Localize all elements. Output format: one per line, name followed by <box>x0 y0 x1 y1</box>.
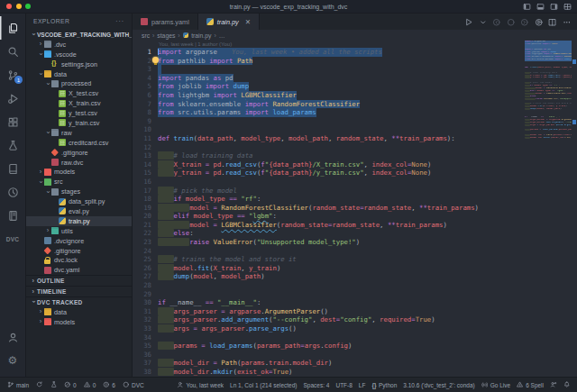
tab-train-py[interactable]: train.py ✕ <box>198 14 260 30</box>
dvc-icon[interactable]: DVC <box>0 227 25 251</box>
code-line-26[interactable]: 26 model.fit(X_train, y_train) <box>133 264 577 273</box>
tree-item-src[interactable]: ›src <box>26 177 132 187</box>
minimize-window-button[interactable] <box>16 4 22 9</box>
code-line-2[interactable]: 2from pathlib import Path <box>133 57 577 66</box>
code-line-17[interactable]: 17 # pick the model <box>133 187 577 196</box>
settings-gear-icon[interactable]: ⚙ <box>0 349 25 372</box>
feedback-icon[interactable] <box>550 381 557 388</box>
tree-item-stages[interactable]: ›stages <box>26 187 132 196</box>
more-actions-icon[interactable] <box>563 14 572 30</box>
explorer-icon[interactable] <box>0 16 25 40</box>
tree-item-processed[interactable]: ›processed <box>26 78 132 88</box>
code-line-33[interactable]: 33 args = args_parser.parse_args() <box>133 324 577 333</box>
errors-item[interactable]: 0 <box>64 381 77 388</box>
code-line-16[interactable]: 16 <box>133 178 577 187</box>
tree-item-dvc-yaml[interactable]: dvc.yaml <box>26 265 132 275</box>
code-line-21[interactable]: 21 model = LGBMClassifier(random_state=r… <box>133 221 577 230</box>
code-line-32[interactable]: 32 args_parser.add_argument("--config", … <box>133 315 577 324</box>
code-line-1[interactable]: 1import argparseYou, last week • added a… <box>133 48 577 57</box>
tree-item-train-py[interactable]: train.py <box>26 216 132 226</box>
warnings-item[interactable]: 0 <box>84 381 96 388</box>
tree-item-data[interactable]: ›data <box>26 69 132 79</box>
tree-item-dvc-lock[interactable]: dvc.lock <box>26 255 132 265</box>
code-line-31[interactable]: 31 args_parser = argparse.ArgumentParser… <box>133 307 577 316</box>
sidebar-more-actions-icon[interactable]: ··· <box>115 18 124 24</box>
run-debug-icon[interactable] <box>0 87 25 110</box>
code-line-18[interactable]: 18 if model_type == "rf": <box>133 195 577 204</box>
breadcrumb-item-stages[interactable]: stages <box>157 32 175 39</box>
tree-item--dvcignore[interactable]: .dvcignore <box>26 236 132 246</box>
blame-item[interactable]: You, last week <box>177 381 224 388</box>
code-line-5[interactable]: 5from joblib import dump <box>133 82 577 91</box>
notebook-icon[interactable] <box>0 204 25 227</box>
code-line-29[interactable]: 29 <box>133 290 577 299</box>
dvc-status-item[interactable]: DVC <box>123 381 144 388</box>
info-item[interactable]: 6 <box>103 381 115 388</box>
indentation-item[interactable]: Spaces: 4 <box>304 382 330 388</box>
code-line-30[interactable]: 30if __name__ == "__main__": <box>133 298 577 307</box>
tree-item-y-train-csv[interactable]: y_train.csv <box>26 118 132 128</box>
tree-item--vscode[interactable]: ›.vscode <box>26 50 132 59</box>
code-line-3[interactable]: 3 <box>133 65 577 74</box>
run-python-file-button[interactable] <box>464 14 473 30</box>
split-editor-icon[interactable] <box>548 14 557 30</box>
code-line-35[interactable]: 35 params = load_params(params_path=args… <box>133 342 577 351</box>
search-icon[interactable] <box>0 40 25 63</box>
eol-item[interactable]: LF <box>359 382 366 388</box>
code-line-36[interactable]: 36 <box>133 351 577 360</box>
code-line-22[interactable]: 22 else: <box>133 229 577 238</box>
code-line-25[interactable]: 25 # trains the model and store it <box>133 255 577 264</box>
prev-change-icon[interactable] <box>492 14 501 30</box>
customize-layout-icon[interactable] <box>563 0 572 14</box>
cursor-position-item[interactable]: Ln 1, Col 1 (214 selected) <box>230 382 297 388</box>
close-tab-icon[interactable]: ✕ <box>245 18 251 26</box>
code-line-6[interactable]: 6from lightgbm import LGBMClassifier <box>133 91 577 100</box>
tree-item-models[interactable]: ›models <box>26 167 132 177</box>
section-timeline[interactable]: ›TIMELINE <box>26 286 132 296</box>
source-control-icon[interactable]: 1 <box>0 63 25 87</box>
tree-item--dvc[interactable]: ›.dvc <box>26 40 132 50</box>
section-dvc-tracked[interactable]: ›DVC TRACKED <box>26 296 132 307</box>
clock-icon[interactable] <box>0 180 25 204</box>
spell-item[interactable]: 6 Spell <box>517 381 544 388</box>
tree-item-eval-py[interactable]: eval.py <box>26 206 132 216</box>
codelens-blame[interactable]: You, last week | 1 author (You) <box>133 41 577 48</box>
extensions-icon[interactable] <box>0 110 25 133</box>
tree-item-data-split-py[interactable]: data_split.py <box>26 196 132 206</box>
tree-item-creditcard-csv[interactable]: creditcard.csv <box>26 138 132 148</box>
code-line-38[interactable]: 38 model_dir.mkdir(exist_ok=True) <box>133 368 577 377</box>
code-line-23[interactable]: 23 raise ValueError("Unsupported model_t… <box>133 238 577 247</box>
code-line-20[interactable]: 20 elif model_type == "lgbm": <box>133 212 577 221</box>
book-icon[interactable] <box>0 157 25 180</box>
code-line-24[interactable]: 24 <box>133 247 577 256</box>
code-line-12[interactable]: 12 <box>133 143 577 152</box>
tree-item-utils[interactable]: ›utils <box>26 226 132 236</box>
git-branch-item[interactable]: main <box>7 381 29 388</box>
sync-icon[interactable] <box>36 381 43 388</box>
tree-item-data[interactable]: ›data <box>26 307 132 317</box>
breadcrumb-item--[interactable]: … <box>219 32 225 39</box>
code-line-9[interactable]: 9 <box>133 117 577 126</box>
next-change-icon[interactable] <box>520 14 529 30</box>
experiments-icon[interactable] <box>50 381 58 388</box>
code-line-28[interactable]: 28 <box>133 281 577 290</box>
code-line-7[interactable]: 7from sklearn.ensemble import RandomFore… <box>133 100 577 109</box>
go-live-item[interactable]: Go Live <box>481 381 510 388</box>
toggle-sidebar-icon[interactable] <box>523 0 531 14</box>
lightbulb-icon[interactable] <box>152 57 159 63</box>
tree-item-settings-json[interactable]: settings.json <box>26 59 132 69</box>
code-line-13[interactable]: 13 # load training data <box>133 151 577 160</box>
code-line-14[interactable]: 14 X_train = pd.read_csv(f"{data_path}/X… <box>133 160 577 169</box>
tree-item-y-test-csv[interactable]: y_test.csv <box>26 108 132 118</box>
zoom-window-button[interactable] <box>25 4 31 9</box>
tree-item-x-train-csv[interactable]: X_train.csv <box>26 98 132 108</box>
tree-item--gitignore[interactable]: .gitignore <box>26 148 132 158</box>
tree-item--gitignore[interactable]: .gitignore <box>26 246 132 256</box>
toggle-panel-icon[interactable] <box>536 0 545 14</box>
toggle-secondary-sidebar-icon[interactable] <box>550 0 558 14</box>
tree-item-vscode-exp-tracking-with-dvc[interactable]: ›VSCODE_EXP_TRACKING_WITH_DVC <box>26 30 132 40</box>
python-interpreter-item[interactable]: 3.10.6 ('dvc_test_2': conda) <box>403 382 474 388</box>
minimap[interactable]: import argparsefrom pathlib import Pathi… <box>525 41 572 140</box>
account-icon[interactable] <box>0 325 25 349</box>
code-editor[interactable]: You, last week | 1 author (You)1import a… <box>133 41 577 377</box>
